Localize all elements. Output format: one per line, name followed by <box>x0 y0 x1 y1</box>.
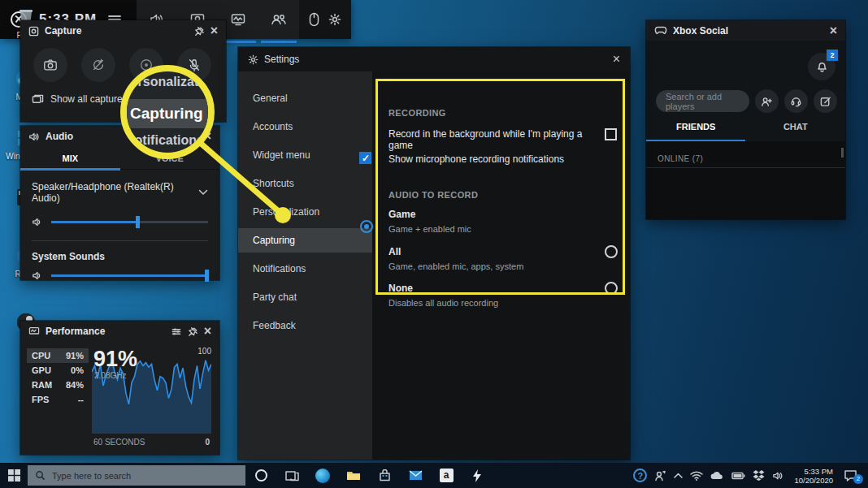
friends-list: ONLINE (7) <box>646 141 845 219</box>
slider-thumb[interactable] <box>136 216 140 228</box>
party-headset-button[interactable] <box>784 89 808 113</box>
mail-icon[interactable] <box>400 463 431 488</box>
controller-icon <box>654 26 667 35</box>
gamebar-settings-icon[interactable] <box>328 13 341 26</box>
highlight-rectangle <box>375 79 625 295</box>
system-sounds-label: System Sounds <box>20 241 219 262</box>
speaker-volume-slider[interactable] <box>51 221 208 223</box>
performance-options-icon[interactable] <box>171 326 182 337</box>
performance-panel-header: Performance × <box>20 321 219 342</box>
speaker-volume-row <box>20 204 219 227</box>
option-game-radio[interactable] <box>360 220 373 233</box>
audio-panel-title: Audio <box>46 131 73 142</box>
battery-icon[interactable] <box>731 472 745 480</box>
tray-date: 10/20/2020 <box>794 476 833 485</box>
performance-widget-icon <box>28 326 40 336</box>
pin-icon[interactable] <box>188 326 198 337</box>
record-last-30s-button[interactable] <box>81 48 115 82</box>
player-search-input[interactable]: Search or add players <box>656 90 749 112</box>
nav-capturing[interactable]: Capturing <box>238 228 372 253</box>
nav-widget-menu[interactable]: Widget menu <box>238 143 372 167</box>
nav-notifications[interactable]: Notifications <box>238 257 372 281</box>
slider-thumb[interactable] <box>205 270 209 282</box>
stat-ram[interactable]: RAM84% <box>27 378 89 392</box>
taskbar-search-input[interactable]: Type here to search <box>28 465 245 486</box>
mouse-passthrough-icon[interactable] <box>309 12 319 27</box>
nav-feedback[interactable]: Feedback <box>238 313 372 338</box>
social-widget-button[interactable] <box>258 0 299 39</box>
active-tab-underline <box>20 168 120 171</box>
start-button[interactable] <box>0 469 28 482</box>
wifi-icon[interactable] <box>690 471 703 481</box>
lightning-app-icon[interactable] <box>462 463 493 488</box>
volume-icon <box>32 217 43 227</box>
dropbox-icon[interactable] <box>753 470 765 481</box>
tray-expand-chevron[interactable] <box>674 473 683 478</box>
help-tray-icon[interactable]: ? <box>633 469 647 482</box>
gear-icon <box>248 54 258 65</box>
callout-magnifier: Personalization Capturing Notifications <box>120 65 215 159</box>
close-icon[interactable]: × <box>613 53 620 66</box>
cpu-frequency: 2.08GHz <box>94 371 126 380</box>
notifications-bell-button[interactable]: 2 <box>808 53 835 80</box>
edge-taskbar-icon[interactable] <box>307 463 338 488</box>
performance-panel-title: Performance <box>46 326 105 337</box>
close-icon[interactable]: × <box>210 24 218 37</box>
action-center-button[interactable]: 2 <box>844 469 863 482</box>
pin-icon[interactable] <box>194 26 205 37</box>
x-axis-label: 60 SECONDS <box>93 438 145 447</box>
microsoft-store-icon[interactable] <box>369 463 400 488</box>
social-tabs: FRIENDS CHAT <box>646 122 845 141</box>
tab-mix[interactable]: MIX <box>20 153 120 163</box>
file-explorer-icon[interactable] <box>338 463 369 488</box>
task-view-button[interactable] <box>276 463 307 488</box>
nav-accounts[interactable]: Accounts <box>238 114 372 139</box>
performance-stats: CPU91% GPU0% RAM84% FPS-- <box>27 348 89 407</box>
speaker-icon <box>28 132 40 142</box>
close-icon[interactable]: × <box>830 24 837 37</box>
captures-gallery-icon <box>32 94 44 105</box>
stat-fps[interactable]: FPS-- <box>27 392 89 407</box>
social-widget-active-underline <box>261 41 297 43</box>
audio-device-selector[interactable]: Speaker/Headphone (Realtek(R) Audio) <box>20 170 219 204</box>
onedrive-cloud-icon[interactable] <box>710 471 724 480</box>
stat-gpu[interactable]: GPU0% <box>27 363 89 378</box>
system-sounds-row <box>20 262 219 281</box>
taskbar: Type here to search a ? <box>0 463 868 488</box>
settings-header: Settings × <box>238 47 630 71</box>
screenshot-button[interactable] <box>33 48 67 82</box>
nav-shortcuts[interactable]: Shortcuts <box>238 171 372 196</box>
nav-personalization[interactable]: Personalization <box>238 200 372 224</box>
tray-time: 5:33 PM <box>794 467 833 476</box>
amazon-icon[interactable]: a <box>431 463 462 488</box>
xbox-social-title: Xbox Social <box>673 25 728 37</box>
capture-widget-icon <box>28 26 39 37</box>
game-bar-right <box>299 0 351 39</box>
y-axis-min: 0 <box>205 438 210 447</box>
xbox-social-panel: Xbox Social × 2 Search or add players FR… <box>646 20 845 219</box>
tray-clock[interactable]: 5:33 PM 10/20/2020 <box>791 467 836 485</box>
cpu-big-value: 91% <box>93 347 137 372</box>
cortana-button[interactable] <box>245 463 276 488</box>
settings-nav: General Accounts Widget menu Shortcuts P… <box>238 71 372 460</box>
action-center-badge: 2 <box>853 474 863 484</box>
nav-general[interactable]: General <box>238 86 372 110</box>
system-sounds-slider[interactable] <box>51 274 208 277</box>
stat-cpu[interactable]: CPU91% <box>27 348 89 363</box>
social-search-row: Search or add players <box>656 89 837 113</box>
tab-chat[interactable]: CHAT <box>746 122 846 141</box>
people-tray-icon[interactable] <box>654 470 666 482</box>
nav-party-chat[interactable]: Party chat <box>238 285 372 309</box>
option-none-sub: Disables all audio recording <box>388 298 498 308</box>
settings-title: Settings <box>264 54 299 65</box>
scrollbar[interactable] <box>841 148 844 158</box>
notification-count-badge: 2 <box>827 50 838 61</box>
tray-speaker-icon[interactable] <box>772 471 783 481</box>
capture-panel-title: Capture <box>45 25 81 37</box>
volume-icon <box>32 270 43 281</box>
mic-notifications-checkbox[interactable] <box>359 152 371 164</box>
new-message-button[interactable] <box>814 89 837 113</box>
add-friend-button[interactable] <box>755 89 779 113</box>
close-icon[interactable]: × <box>204 325 211 338</box>
tab-friends[interactable]: FRIENDS <box>646 122 746 141</box>
